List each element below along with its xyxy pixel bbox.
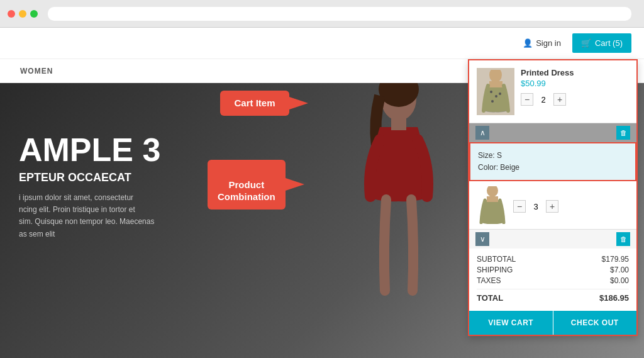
cart-summary: SUBTOTAL $179.95 SHIPPING $7.00 TAXES $0…: [469, 249, 636, 311]
hero-text-block: AMPLE 3 EPTEUR OCCAECAT i ipsum dolor si…: [19, 133, 160, 240]
cart-toggle-row-2: ∨ 🗑: [469, 230, 636, 249]
taxes-value: $0.00: [610, 276, 629, 285]
person-icon: 👤: [523, 38, 533, 48]
nav-item-women[interactable]: WOMEN: [13, 67, 60, 76]
cart-button[interactable]: 🛒 Cart (5): [572, 33, 631, 53]
product-combo-size: Size: S: [478, 150, 628, 162]
shipping-value: $7.00: [610, 266, 629, 274]
chevron-up-icon: ∧: [480, 128, 486, 137]
cart-icon: 🛒: [581, 38, 591, 48]
cart-dropdown: Printed Dress $50.99 − 2 + ∧ 🗑 Size: S C…: [468, 59, 638, 336]
fullscreen-button-icon[interactable]: [30, 10, 38, 18]
cart-item-1-qty-control: − 2 +: [521, 93, 629, 106]
hero-title: AMPLE 3: [19, 133, 160, 166]
cart-item-2: − 3 +: [469, 181, 636, 230]
summary-taxes-line: TAXES $0.00: [477, 276, 629, 285]
cart-item-2-quantity: 3: [530, 202, 542, 211]
total-label: TOTAL: [477, 293, 503, 303]
page: 👤 Sign in 🛒 Cart (5) WOMEN AMPLE 3 EPTEU…: [0, 28, 644, 358]
cart-item-2-increase-button[interactable]: +: [546, 200, 558, 213]
summary-shipping-line: SHIPPING $7.00: [477, 266, 629, 274]
svg-rect-10: [487, 196, 498, 202]
trash-icon-2: 🗑: [620, 235, 627, 243]
cart-item-1-image: [477, 68, 514, 115]
svg-point-5: [490, 91, 492, 93]
header-actions: 👤 Sign in 🛒 Cart (5): [516, 33, 631, 53]
cart-item-1-decrease-button[interactable]: −: [521, 93, 533, 106]
product-combination: Size: S Color: Beige: [469, 142, 636, 181]
trash-icon: 🗑: [620, 129, 627, 137]
cart-item-1-quantity: 2: [537, 95, 550, 104]
cart-item-2-decrease-button[interactable]: −: [513, 200, 526, 213]
cart-item-1-increase-button[interactable]: +: [553, 93, 566, 106]
cart-item-1: Printed Dress $50.99 − 2 +: [469, 60, 636, 123]
header: 👤 Sign in 🛒 Cart (5): [0, 28, 644, 59]
hero-subtitle: EPTEUR OCCAECAT: [19, 171, 160, 184]
minimize-button-icon[interactable]: [19, 10, 26, 18]
summary-subtotal-line: SUBTOTAL $179.95: [477, 255, 629, 264]
taxes-label: TAXES: [477, 276, 501, 285]
hero-woman-image: [336, 83, 462, 322]
cart-item-1-details: Printed Dress $50.99 − 2 +: [521, 68, 629, 106]
close-button-icon[interactable]: [8, 10, 15, 18]
svg-point-7: [491, 100, 494, 103]
cart-item-2-expand-button[interactable]: ∨: [475, 232, 489, 246]
cart-item-1-expand-button[interactable]: ∧: [475, 126, 489, 140]
checkout-button[interactable]: CHECK OUT: [553, 311, 637, 335]
sign-in-button[interactable]: 👤 Sign in: [516, 35, 567, 52]
subtotal-value: $179.95: [602, 255, 629, 264]
total-value: $186.95: [599, 293, 629, 303]
product-combo-color: Color: Beige: [478, 162, 628, 174]
hero-body: i ipsum dolor sit amet, consectetur ncin…: [19, 192, 160, 240]
browser-chrome: [0, 0, 644, 28]
cart-toggle-row-1: ∧ 🗑: [469, 123, 636, 142]
cart-item-1-price: $50.99: [521, 79, 629, 88]
shipping-label: SHIPPING: [477, 266, 513, 274]
cart-item-2-qty-control: − 3 +: [513, 200, 558, 213]
svg-rect-2: [391, 118, 406, 130]
cart-footer: VIEW CART CHECK OUT: [469, 311, 636, 335]
cart-item-1-delete-button[interactable]: 🗑: [616, 126, 630, 140]
svg-point-3: [489, 70, 502, 82]
svg-point-8: [499, 92, 501, 95]
cart-item-1-name: Printed Dress: [521, 68, 629, 77]
view-cart-button[interactable]: VIEW CART: [469, 311, 553, 335]
address-bar[interactable]: [48, 7, 631, 21]
sign-in-label: Sign in: [536, 38, 561, 48]
svg-rect-4: [489, 81, 502, 87]
svg-point-6: [495, 95, 497, 98]
svg-point-9: [487, 186, 498, 197]
cart-item-2-delete-button[interactable]: 🗑: [616, 232, 630, 246]
chevron-down-icon: ∨: [480, 235, 486, 243]
traffic-lights: [8, 10, 38, 18]
cart-label: Cart (5): [595, 38, 623, 48]
summary-total-line: TOTAL $186.95: [477, 289, 629, 303]
subtotal-label: SUBTOTAL: [477, 255, 516, 264]
